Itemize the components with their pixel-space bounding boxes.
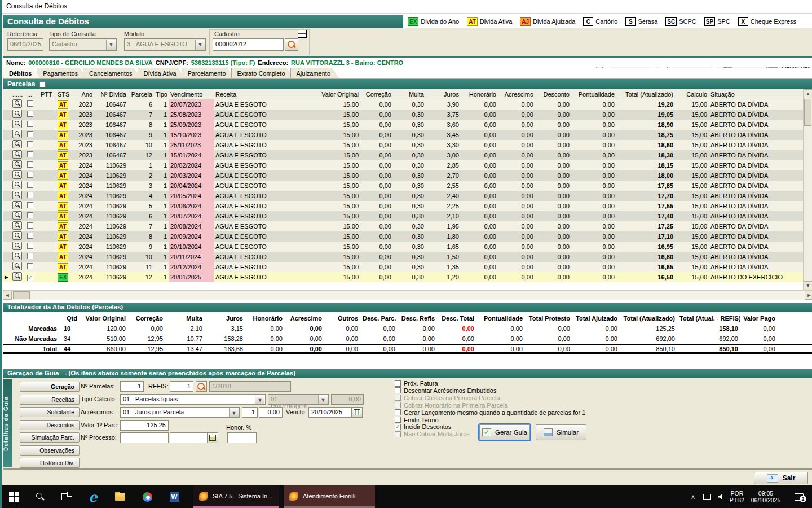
acrescimos-qtd-input[interactable]: 1 bbox=[242, 407, 258, 418]
volume-icon[interactable] bbox=[713, 485, 727, 508]
processo-calc-button[interactable] bbox=[207, 432, 218, 443]
action-center-button[interactable]: 2 bbox=[788, 485, 810, 508]
start-button[interactable] bbox=[2, 485, 27, 508]
row-checkbox[interactable] bbox=[27, 141, 33, 147]
cadastro-input[interactable]: 000002012 bbox=[213, 38, 284, 51]
vencto-input[interactable]: 20/10/2025 bbox=[308, 407, 351, 418]
check-descontar-acr-scimos-embutidos[interactable]: Descontar Acréscimos Embutidos bbox=[395, 387, 496, 394]
tab-pagamentos[interactable]: Pagamentos bbox=[37, 68, 86, 78]
row-detail-button[interactable] bbox=[12, 221, 22, 230]
table-row[interactable]: AT20241106291120/02/2024AGUA E ESGOTO15,… bbox=[3, 160, 805, 170]
table-row[interactable]: AT20231064678125/09/2023AGUA E ESGOTO15,… bbox=[3, 120, 805, 130]
table-row[interactable]: AT202310646710125/11/2023AGUA E ESGOTO15… bbox=[3, 140, 805, 150]
language-indicator[interactable]: PORPTB2 bbox=[727, 485, 747, 508]
word-button[interactable]: W bbox=[162, 485, 187, 508]
table-row[interactable]: ▶EX202411062912120/01/2025AGUA E ESGOTO1… bbox=[3, 272, 805, 282]
internet-explorer-button[interactable]: e bbox=[81, 485, 105, 508]
table-row[interactable]: AT20241106293120/04/2024AGUA E ESGOTO15,… bbox=[3, 181, 805, 191]
row-detail-button[interactable] bbox=[12, 201, 22, 209]
taskbar-app-fiorilli[interactable]: Atendimento Fiorilli bbox=[284, 485, 375, 508]
network-icon[interactable] bbox=[700, 485, 714, 508]
sidebtn-simula-o-parc-[interactable]: Simulação Parc. bbox=[20, 432, 80, 443]
row-detail-button[interactable] bbox=[12, 181, 22, 189]
check-pr-x-fatura[interactable]: Próx. Fatura bbox=[395, 380, 438, 387]
chevron-down-icon[interactable]: ▼ bbox=[106, 40, 116, 50]
referencia-field[interactable]: 06/10/2025 bbox=[7, 38, 43, 51]
table-row[interactable]: AT20241106294120/05/2024AGUA E ESGOTO15,… bbox=[3, 191, 805, 201]
row-detail-button[interactable] bbox=[12, 150, 22, 159]
gerar-guia-button[interactable]: ✓Gerar Guia bbox=[479, 424, 530, 440]
hscroll-thumb[interactable] bbox=[13, 291, 30, 299]
row-checkbox[interactable] bbox=[27, 161, 33, 168]
clock[interactable]: 09:0506/10/2025 bbox=[747, 485, 784, 508]
table-row[interactable]: AT20231064679115/10/2023AGUA E ESGOTO15,… bbox=[3, 130, 805, 140]
table-row[interactable]: AT20241106298120/09/2024AGUA E ESGOTO15,… bbox=[3, 231, 805, 242]
tab-d-vida-ativa[interactable]: Dívida Ativa bbox=[138, 68, 185, 78]
row-detail-button[interactable] bbox=[12, 140, 22, 148]
checkbox[interactable] bbox=[395, 387, 401, 393]
tab-d-bitos[interactable]: Débitos bbox=[3, 68, 40, 78]
table-row[interactable]: AT20231064677125/08/2023AGUA E ESGOTO15,… bbox=[3, 110, 805, 120]
acrescimos-valor-input[interactable]: 0,00 bbox=[259, 407, 283, 418]
sidebtn-gera-o[interactable]: Geração bbox=[20, 382, 80, 392]
checkbox[interactable] bbox=[395, 424, 401, 430]
honor-input[interactable] bbox=[227, 432, 257, 443]
row-detail-button[interactable] bbox=[12, 272, 22, 281]
checkbox[interactable] bbox=[395, 417, 401, 423]
tab-extrato-completo[interactable]: Extrato Completo bbox=[231, 68, 294, 78]
processo-input[interactable] bbox=[120, 432, 169, 443]
row-checkbox[interactable] bbox=[27, 121, 33, 127]
sidebtn-hist-rico-div-[interactable]: Histórico Div. bbox=[20, 458, 80, 468]
cadastro-search-button[interactable] bbox=[285, 38, 298, 51]
row-checkbox[interactable] bbox=[27, 131, 33, 137]
table-row[interactable]: AT20241106297120/08/2024AGUA E ESGOTO15,… bbox=[3, 221, 805, 231]
task-view-button[interactable] bbox=[54, 485, 78, 508]
chevron-down-icon[interactable]: ▼ bbox=[255, 395, 264, 404]
table-row[interactable]: AT202411062911120/12/2024AGUA E ESGOTO15… bbox=[3, 262, 805, 272]
table-row[interactable]: AT202310646712115/01/2024AGUA E ESGOTO15… bbox=[3, 150, 805, 160]
check-n-o-cobrar-multa-juros[interactable]: Não Cobrar Multa Juros bbox=[395, 431, 470, 437]
row-checkbox[interactable] bbox=[27, 263, 33, 269]
n-parcelas-input[interactable]: 1 bbox=[120, 381, 144, 392]
checkbox[interactable] bbox=[395, 402, 401, 408]
row-checkbox[interactable] bbox=[27, 192, 33, 198]
porcentagem-select[interactable]: 01 - Porcentagem▼ bbox=[268, 394, 329, 405]
table-row[interactable]: AT20231064676120/07/2023AGUA E ESGOTO15,… bbox=[3, 99, 805, 110]
chevron-down-icon[interactable]: ▼ bbox=[195, 40, 205, 50]
row-detail-button[interactable] bbox=[12, 99, 22, 108]
check-incidir-descontos[interactable]: Incidir Descontos bbox=[395, 423, 451, 430]
row-detail-button[interactable] bbox=[12, 160, 22, 169]
taskbar-app-sia[interactable]: SIA 7.5 - Sistema In... bbox=[193, 485, 279, 508]
row-detail-button[interactable] bbox=[12, 191, 22, 199]
sidebtn-solicitante[interactable]: Solicitante bbox=[20, 407, 80, 417]
scroll-down-icon[interactable]: ▼ bbox=[804, 281, 812, 290]
checkbox[interactable] bbox=[395, 380, 401, 387]
row-detail-button[interactable] bbox=[12, 242, 22, 250]
tipo-calculo-select[interactable]: 01 - Parcelas Iguais▼ bbox=[120, 394, 266, 405]
row-checkbox[interactable] bbox=[27, 243, 33, 249]
valor1-input[interactable]: 125.25 bbox=[120, 420, 169, 431]
check-cobrar-honor-rio-na-primeira-p[interactable]: Cobrar Honorário na Primeira Parcela bbox=[395, 402, 508, 409]
checkbox[interactable] bbox=[395, 431, 401, 437]
scroll-up-icon[interactable]: ▲ bbox=[804, 89, 812, 98]
vertical-scrollbar[interactable]: ▲ ▼ bbox=[803, 89, 812, 290]
checkbox[interactable] bbox=[395, 409, 401, 415]
file-explorer-button[interactable] bbox=[108, 485, 133, 508]
chrome-button[interactable] bbox=[135, 485, 160, 508]
row-checkbox[interactable] bbox=[27, 222, 33, 229]
table-row[interactable]: AT20241106292120/03/2024AGUA E ESGOTO15,… bbox=[3, 170, 805, 181]
sair-button[interactable]: Sair bbox=[754, 472, 808, 484]
chevron-down-icon[interactable]: ▼ bbox=[229, 408, 239, 417]
row-checkbox[interactable] bbox=[27, 100, 33, 107]
table-row[interactable]: AT202411062910120/11/2024AGUA E ESGOTO15… bbox=[3, 252, 805, 262]
porcentagem-valor-input[interactable]: 0,00 bbox=[331, 394, 364, 405]
row-checkbox[interactable] bbox=[27, 151, 33, 157]
tab-cancelamentos[interactable]: Cancelamentos bbox=[83, 68, 140, 78]
scroll-left-icon[interactable]: ◄ bbox=[3, 291, 12, 300]
sidebtn-receitas[interactable]: Receitas bbox=[20, 395, 80, 405]
refis-ref-input[interactable]: 1/2018 bbox=[209, 381, 291, 392]
tipo-consulta-select[interactable]: Cadastro▼ bbox=[49, 38, 117, 51]
row-detail-button[interactable] bbox=[12, 262, 22, 270]
row-detail-button[interactable] bbox=[12, 211, 22, 220]
row-checkbox[interactable] bbox=[27, 212, 33, 218]
